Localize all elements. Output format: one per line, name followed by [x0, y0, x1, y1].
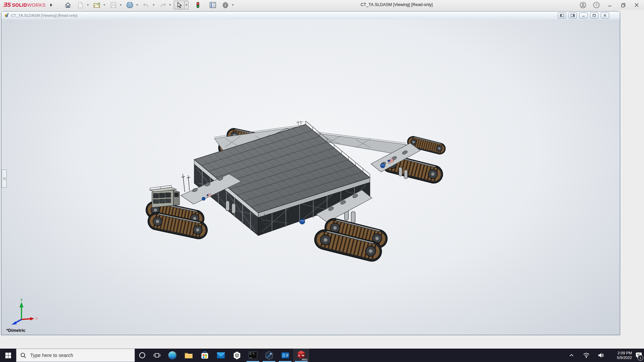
operator-cab — [150, 174, 190, 207]
app-window-controls: ? — [579, 0, 641, 10]
tray-time: 2:09 PM — [618, 351, 632, 355]
command-prompt-icon: C:\ — [249, 352, 257, 359]
taskbar-search[interactable] — [16, 349, 135, 362]
search-icon — [20, 353, 26, 358]
open-dropdown[interactable] — [102, 1, 106, 9]
redo-dropdown — [168, 1, 172, 9]
notification-badge: 1 — [638, 355, 643, 361]
solidworks-logo-bold: SOLID — [12, 2, 27, 8]
open-button[interactable] — [92, 1, 102, 9]
options-gear-button[interactable] — [220, 1, 231, 9]
new-document-dropdown — [86, 1, 90, 9]
cortana-button[interactable] — [135, 349, 150, 362]
taskbar-app-edrawings[interactable] — [261, 349, 277, 362]
home-button[interactable] — [62, 1, 73, 9]
graphics-viewport[interactable]: Y X *Dimetric — [1, 19, 620, 335]
windows-taskbar: C:\ S W 2021 — [0, 349, 644, 362]
screen: ƎS SOLID WORKS — [0, 0, 644, 362]
taskbar-clock[interactable]: 2:09 PM 5/9/2022 — [608, 349, 634, 362]
document-title: CT_TA.SLDASM [Viewing] [Read-only] — [11, 13, 77, 17]
taskbar-app-microsoft-store[interactable] — [197, 349, 213, 362]
select-tool-dropdown[interactable] — [184, 1, 189, 9]
edge-icon — [168, 351, 176, 359]
mail-icon — [217, 352, 225, 359]
triad-container: Y X — [9, 299, 39, 329]
document-window-controls — [558, 12, 609, 18]
save-button — [108, 1, 119, 9]
solidworks-logo-glyph: ƎS — [3, 2, 11, 8]
document-window: CT_TA.SLDASM [Viewing] [Read-only] — [1, 11, 620, 335]
reference-triad: Y X — [9, 299, 39, 329]
document-titlebar[interactable]: CT_TA.SLDASM [Viewing] [Read-only] — [1, 11, 620, 20]
doc-close-button[interactable] — [601, 12, 609, 18]
new-document-button — [75, 1, 86, 9]
taskbar-app-mail[interactable] — [213, 349, 229, 362]
featuremanager-splitter-tab[interactable] — [2, 170, 7, 188]
options-gear-dropdown[interactable] — [231, 1, 234, 9]
action-center-button[interactable]: 1 — [634, 349, 644, 362]
triad-y-label: Y — [20, 299, 23, 302]
close-button[interactable] — [633, 1, 641, 9]
task-pane-form-button[interactable] — [207, 1, 218, 9]
system-tray: 2:09 PM 5/9/2022 1 — [564, 349, 644, 362]
taskbar-app-solidworks[interactable]: S W 2021 — [293, 349, 309, 362]
minimize-button[interactable] — [606, 1, 614, 9]
account-icon[interactable] — [579, 1, 587, 9]
front-right-bogie — [313, 217, 389, 263]
remote-desktop-icon — [281, 352, 289, 359]
print-dropdown[interactable] — [135, 1, 139, 9]
taskbar-app-file-explorer[interactable] — [180, 349, 197, 362]
assembly-icon — [4, 13, 9, 18]
pane-right-button[interactable] — [569, 12, 577, 18]
file-explorer-icon — [184, 352, 193, 359]
tray-chevron-icon[interactable] — [564, 349, 579, 362]
wifi-icon[interactable] — [579, 349, 594, 362]
taskbar-app-remote-desktop[interactable] — [277, 349, 293, 362]
document-title-group: CT_TA.SLDASM [Viewing] [Read-only] — [4, 13, 77, 18]
view-orientation-label: *Dimetric — [6, 328, 25, 333]
search-input[interactable] — [30, 352, 121, 358]
select-tool-button[interactable] — [174, 1, 184, 9]
print-button[interactable] — [124, 1, 135, 9]
doc-restore-button[interactable] — [590, 12, 598, 18]
help-icon[interactable]: ? — [592, 1, 600, 9]
edrawings-icon — [265, 351, 273, 360]
undo-dropdown — [152, 1, 155, 9]
app-title: CT_TA.SLDASM [Viewing] [Read-only] — [361, 2, 433, 7]
pane-left-button[interactable] — [558, 12, 566, 18]
quick-access-toolbar — [62, 1, 236, 9]
triad-x-label: X — [36, 317, 38, 320]
doc-minimize-button[interactable] — [579, 12, 588, 18]
model-container — [145, 121, 450, 265]
volume-icon[interactable] — [594, 349, 608, 362]
app-titlebar: ƎS SOLID WORKS — [0, 0, 644, 10]
app-client-area: CT_TA.SLDASM [Viewing] [Read-only] — [0, 10, 644, 349]
microsoft-store-icon — [201, 351, 209, 359]
solidworks-logo: ƎS SOLID WORKS — [3, 2, 46, 8]
appearances-stoplight-button[interactable] — [193, 1, 203, 9]
3d-viewer-icon — [233, 351, 241, 360]
undo-button — [141, 1, 152, 9]
solidworks-2021-icon: S W 2021 — [297, 350, 306, 360]
menu-expander-arrow[interactable] — [50, 3, 52, 7]
restore-button[interactable] — [619, 1, 627, 9]
solidworks-logo-light: WORKS — [27, 2, 46, 8]
taskbar-app-edge[interactable] — [164, 349, 180, 362]
tray-date: 5/9/2022 — [617, 355, 632, 360]
task-view-button[interactable] — [150, 349, 164, 362]
save-dropdown — [119, 1, 122, 9]
solidworks-version-label: 2021 — [302, 358, 308, 361]
svg-text:?: ? — [595, 3, 597, 7]
taskbar-app-3d-viewer[interactable] — [229, 349, 245, 362]
crawler-transporter-model[interactable] — [145, 121, 450, 265]
redo-button — [157, 1, 168, 9]
taskbar-app-command-prompt[interactable]: C:\ — [245, 349, 261, 362]
start-button[interactable] — [0, 349, 16, 362]
